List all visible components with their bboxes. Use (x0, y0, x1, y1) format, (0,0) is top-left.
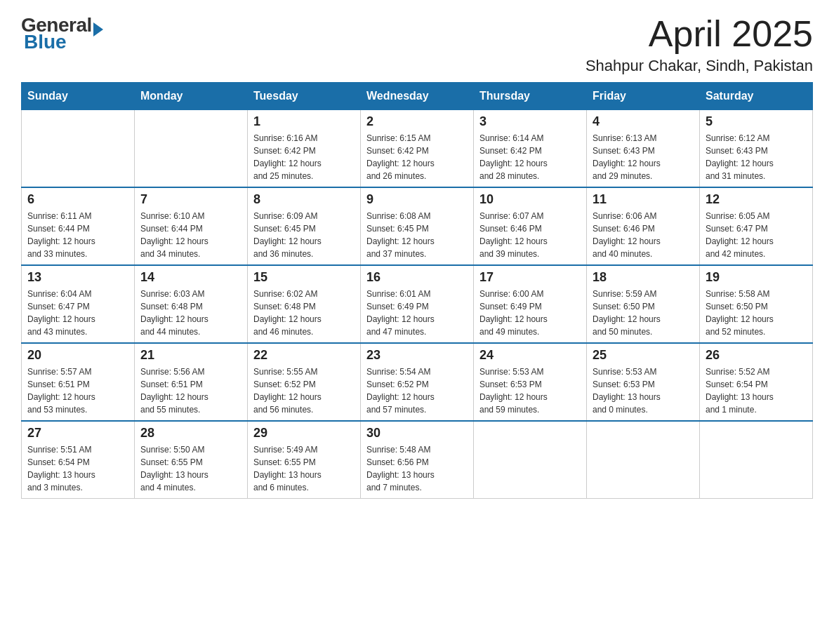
day-number: 5 (706, 114, 807, 129)
calendar-cell: 25Sunrise: 5:53 AM Sunset: 6:53 PM Dayli… (587, 343, 700, 421)
day-number: 9 (366, 192, 468, 207)
day-number: 7 (140, 192, 241, 207)
day-info: Sunrise: 6:09 AM Sunset: 6:45 PM Dayligh… (253, 210, 355, 260)
day-number: 2 (366, 114, 468, 129)
calendar-cell: 1Sunrise: 6:16 AM Sunset: 6:42 PM Daylig… (248, 110, 361, 188)
calendar-cell: 30Sunrise: 5:48 AM Sunset: 6:56 PM Dayli… (361, 421, 474, 499)
weekday-header-row: SundayMondayTuesdayWednesdayThursdayFrid… (22, 83, 813, 110)
day-info: Sunrise: 6:01 AM Sunset: 6:49 PM Dayligh… (366, 288, 468, 338)
calendar-cell: 3Sunrise: 6:14 AM Sunset: 6:42 PM Daylig… (474, 110, 587, 188)
day-number: 29 (253, 426, 355, 441)
day-number: 8 (253, 192, 355, 207)
day-info: Sunrise: 5:55 AM Sunset: 6:52 PM Dayligh… (253, 365, 355, 416)
header-wednesday: Wednesday (361, 83, 474, 110)
month-title: April 2025 (585, 14, 813, 54)
calendar-cell: 16Sunrise: 6:01 AM Sunset: 6:49 PM Dayli… (361, 265, 474, 343)
calendar-cell: 26Sunrise: 5:52 AM Sunset: 6:54 PM Dayli… (700, 343, 813, 421)
day-info: Sunrise: 6:14 AM Sunset: 6:42 PM Dayligh… (479, 132, 581, 182)
day-info: Sunrise: 5:51 AM Sunset: 6:54 PM Dayligh… (27, 443, 128, 494)
calendar-cell (135, 110, 248, 188)
day-info: Sunrise: 5:52 AM Sunset: 6:54 PM Dayligh… (706, 365, 807, 416)
week-row-5: 27Sunrise: 5:51 AM Sunset: 6:54 PM Dayli… (22, 421, 813, 499)
day-number: 22 (253, 348, 355, 363)
calendar-cell: 13Sunrise: 6:04 AM Sunset: 6:47 PM Dayli… (22, 265, 135, 343)
day-info: Sunrise: 6:07 AM Sunset: 6:46 PM Dayligh… (479, 210, 581, 260)
day-number: 4 (593, 114, 694, 129)
day-number: 1 (253, 114, 355, 129)
calendar-cell: 9Sunrise: 6:08 AM Sunset: 6:45 PM Daylig… (361, 187, 474, 265)
calendar-cell: 20Sunrise: 5:57 AM Sunset: 6:51 PM Dayli… (22, 343, 135, 421)
day-info: Sunrise: 5:53 AM Sunset: 6:53 PM Dayligh… (479, 365, 581, 416)
day-info: Sunrise: 6:12 AM Sunset: 6:43 PM Dayligh… (706, 132, 807, 182)
calendar-cell: 2Sunrise: 6:15 AM Sunset: 6:42 PM Daylig… (361, 110, 474, 188)
day-info: Sunrise: 5:53 AM Sunset: 6:53 PM Dayligh… (593, 365, 694, 416)
day-info: Sunrise: 6:11 AM Sunset: 6:44 PM Dayligh… (27, 210, 128, 260)
day-info: Sunrise: 6:16 AM Sunset: 6:42 PM Dayligh… (253, 132, 355, 182)
header-saturday: Saturday (700, 83, 813, 110)
location-title: Shahpur Chakar, Sindh, Pakistan (585, 57, 813, 75)
day-info: Sunrise: 6:10 AM Sunset: 6:44 PM Dayligh… (140, 210, 241, 260)
day-number: 21 (140, 348, 241, 363)
calendar-cell: 11Sunrise: 6:06 AM Sunset: 6:46 PM Dayli… (587, 187, 700, 265)
day-info: Sunrise: 6:02 AM Sunset: 6:48 PM Dayligh… (253, 288, 355, 338)
day-number: 24 (479, 348, 581, 363)
header-sunday: Sunday (22, 83, 135, 110)
logo: General Blue (21, 14, 103, 53)
calendar-cell (22, 110, 135, 188)
day-info: Sunrise: 5:54 AM Sunset: 6:52 PM Dayligh… (366, 365, 468, 416)
day-number: 10 (479, 192, 581, 207)
day-number: 18 (593, 270, 694, 285)
header-friday: Friday (587, 83, 700, 110)
day-number: 11 (593, 192, 694, 207)
day-number: 27 (27, 426, 128, 441)
day-info: Sunrise: 5:57 AM Sunset: 6:51 PM Dayligh… (27, 365, 128, 416)
day-number: 16 (366, 270, 468, 285)
calendar-cell: 23Sunrise: 5:54 AM Sunset: 6:52 PM Dayli… (361, 343, 474, 421)
logo-arrow-icon (93, 22, 103, 36)
calendar-cell: 18Sunrise: 5:59 AM Sunset: 6:50 PM Dayli… (587, 265, 700, 343)
calendar-table: SundayMondayTuesdayWednesdayThursdayFrid… (21, 82, 813, 499)
day-number: 6 (27, 192, 128, 207)
calendar-cell: 14Sunrise: 6:03 AM Sunset: 6:48 PM Dayli… (135, 265, 248, 343)
header-monday: Monday (135, 83, 248, 110)
day-info: Sunrise: 5:56 AM Sunset: 6:51 PM Dayligh… (140, 365, 241, 416)
day-info: Sunrise: 6:13 AM Sunset: 6:43 PM Dayligh… (593, 132, 694, 182)
day-number: 28 (140, 426, 241, 441)
day-number: 19 (706, 270, 807, 285)
day-info: Sunrise: 5:50 AM Sunset: 6:55 PM Dayligh… (140, 443, 241, 494)
day-info: Sunrise: 6:06 AM Sunset: 6:46 PM Dayligh… (593, 210, 694, 260)
week-row-1: 1Sunrise: 6:16 AM Sunset: 6:42 PM Daylig… (22, 110, 813, 188)
calendar-cell: 22Sunrise: 5:55 AM Sunset: 6:52 PM Dayli… (248, 343, 361, 421)
day-number: 20 (27, 348, 128, 363)
day-number: 30 (366, 426, 468, 441)
day-info: Sunrise: 6:04 AM Sunset: 6:47 PM Dayligh… (27, 288, 128, 338)
header-thursday: Thursday (474, 83, 587, 110)
calendar-cell (587, 421, 700, 499)
calendar-cell: 15Sunrise: 6:02 AM Sunset: 6:48 PM Dayli… (248, 265, 361, 343)
calendar-cell: 12Sunrise: 6:05 AM Sunset: 6:47 PM Dayli… (700, 187, 813, 265)
week-row-3: 13Sunrise: 6:04 AM Sunset: 6:47 PM Dayli… (22, 265, 813, 343)
logo-blue-text: Blue (24, 31, 67, 53)
week-row-2: 6Sunrise: 6:11 AM Sunset: 6:44 PM Daylig… (22, 187, 813, 265)
day-info: Sunrise: 6:15 AM Sunset: 6:42 PM Dayligh… (366, 132, 468, 182)
header-tuesday: Tuesday (248, 83, 361, 110)
calendar-cell: 8Sunrise: 6:09 AM Sunset: 6:45 PM Daylig… (248, 187, 361, 265)
calendar-cell: 29Sunrise: 5:49 AM Sunset: 6:55 PM Dayli… (248, 421, 361, 499)
day-number: 3 (479, 114, 581, 129)
day-number: 13 (27, 270, 128, 285)
calendar-cell: 21Sunrise: 5:56 AM Sunset: 6:51 PM Dayli… (135, 343, 248, 421)
calendar-cell: 10Sunrise: 6:07 AM Sunset: 6:46 PM Dayli… (474, 187, 587, 265)
calendar-cell: 5Sunrise: 6:12 AM Sunset: 6:43 PM Daylig… (700, 110, 813, 188)
calendar-cell: 28Sunrise: 5:50 AM Sunset: 6:55 PM Dayli… (135, 421, 248, 499)
calendar-cell (474, 421, 587, 499)
day-number: 15 (253, 270, 355, 285)
calendar-cell: 17Sunrise: 6:00 AM Sunset: 6:49 PM Dayli… (474, 265, 587, 343)
day-number: 12 (706, 192, 807, 207)
day-info: Sunrise: 5:48 AM Sunset: 6:56 PM Dayligh… (366, 443, 468, 494)
day-info: Sunrise: 6:08 AM Sunset: 6:45 PM Dayligh… (366, 210, 468, 260)
week-row-4: 20Sunrise: 5:57 AM Sunset: 6:51 PM Dayli… (22, 343, 813, 421)
day-number: 23 (366, 348, 468, 363)
calendar-cell (700, 421, 813, 499)
day-info: Sunrise: 5:58 AM Sunset: 6:50 PM Dayligh… (706, 288, 807, 338)
day-number: 17 (479, 270, 581, 285)
